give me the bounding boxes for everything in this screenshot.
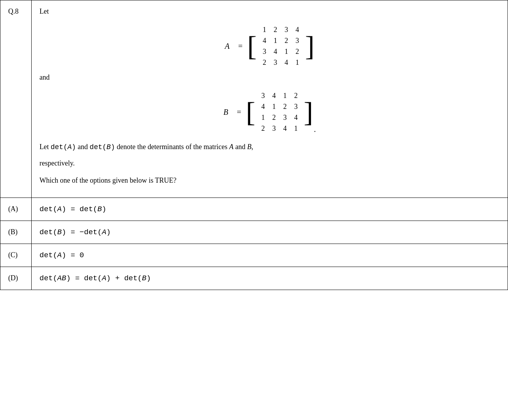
question-prompt: Which one of the options given below is …: [39, 174, 500, 187]
matrix-a-grid: 1234412334122341: [257, 23, 305, 69]
desc-line1: Let det(A) and det(B) denote the determi…: [39, 141, 500, 153]
matrix-a-label: A: [225, 42, 229, 51]
matrix-cell: 3: [269, 125, 279, 133]
option-content-b: det(B) = −det(A): [32, 221, 508, 244]
matrix-cell: 1: [280, 92, 290, 100]
equals-a: =: [238, 42, 242, 51]
bracket-left-a: [: [247, 23, 257, 69]
matrix-cell: 2: [258, 125, 268, 133]
matrix-cell: 4: [282, 59, 291, 67]
matrix-cell: 1: [269, 103, 279, 111]
option-row-a: (A) det(A) = det(B): [0, 198, 508, 221]
matrix-a-container: A = [ 1234412334122341 ]: [39, 23, 500, 69]
matrix-cell: 3: [293, 37, 302, 45]
matrix-b-bracket: [ 3412412312342341 ]: [246, 89, 313, 135]
option-row-b: (B) det(B) = −det(A): [0, 221, 508, 244]
matrix-cell: 4: [269, 92, 279, 100]
matrix-cell: 2: [269, 114, 279, 122]
option-formula-b: det(B) = −det(A): [39, 228, 111, 237]
matrix-a-bracket: [ 1234412334122341 ]: [247, 23, 315, 69]
description-block: Let det(A) and det(B) denote the determi…: [39, 141, 500, 187]
matrix-cell: 3: [282, 26, 291, 34]
matrix-cell: 2: [291, 92, 301, 100]
matrix-cell: 1: [291, 125, 301, 133]
question-row: Q.8 Let A = [ 1234412334122341 ] and B =: [0, 0, 508, 198]
bracket-right-b: ]: [304, 89, 313, 135]
option-formula-d: det(AB) = det(A) + det(B): [39, 274, 151, 283]
question-number: Q.8: [0, 0, 32, 198]
matrix-b-label: B: [224, 108, 228, 117]
matrix-b-grid: 3412412312342341: [255, 89, 304, 135]
matrix-cell: 1: [258, 114, 268, 122]
matrix-cell: 4: [258, 103, 268, 111]
option-content-a: det(A) = det(B): [32, 198, 508, 221]
and-text: and: [39, 73, 500, 82]
matrix-cell: 3: [271, 59, 280, 67]
period: .: [314, 125, 316, 134]
matrix-cell: 1: [282, 48, 291, 56]
matrix-cell: 4: [280, 125, 290, 133]
matrix-cell: 1: [271, 37, 280, 45]
matrix-cell: 1: [293, 59, 302, 67]
matrix-cell: 3: [258, 92, 268, 100]
intro-text: Let: [39, 7, 500, 16]
matrix-cell: 4: [260, 37, 269, 45]
option-label-c: (C): [0, 244, 32, 267]
matrix-cell: 1: [260, 26, 269, 34]
option-label-b: (B): [0, 221, 32, 244]
matrix-cell: 2: [280, 103, 290, 111]
desc-line2: respectively.: [39, 157, 500, 169]
option-formula-c: det(A) = 0: [39, 251, 84, 260]
matrix-cell: 4: [271, 48, 280, 56]
option-row-d: (D) det(AB) = det(A) + det(B): [0, 267, 508, 290]
question-table: Q.8 Let A = [ 1234412334122341 ] and B =: [0, 0, 508, 290]
equals-b: =: [237, 108, 241, 117]
bracket-right-a: ]: [305, 23, 315, 69]
option-label-d: (D): [0, 267, 32, 290]
option-formula-a: det(A) = det(B): [39, 205, 106, 214]
matrix-cell: 2: [260, 59, 269, 67]
bracket-left-b: [: [246, 89, 255, 135]
question-content: Let A = [ 1234412334122341 ] and B = [ 3: [32, 0, 508, 198]
option-content-d: det(AB) = det(A) + det(B): [32, 267, 508, 290]
matrix-b-container: B = [ 3412412312342341 ] .: [39, 89, 500, 135]
option-content-c: det(A) = 0: [32, 244, 508, 267]
matrix-cell: 2: [271, 26, 280, 34]
option-label-a: (A): [0, 198, 32, 221]
matrix-cell: 3: [291, 103, 301, 111]
matrix-cell: 2: [293, 48, 302, 56]
option-row-c: (C) det(A) = 0: [0, 244, 508, 267]
matrix-cell: 2: [282, 37, 291, 45]
matrix-cell: 4: [291, 114, 301, 122]
matrix-cell: 4: [293, 26, 302, 34]
matrix-cell: 3: [280, 114, 290, 122]
matrix-cell: 3: [260, 48, 269, 56]
